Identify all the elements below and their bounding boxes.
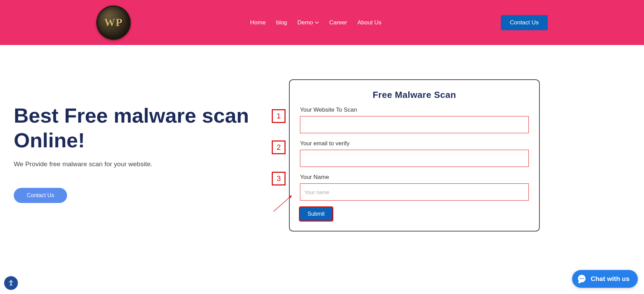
- chevron-down-icon: [315, 21, 319, 24]
- submit-button[interactable]: Submit: [300, 207, 332, 220]
- nav-home-label: Home: [250, 19, 266, 26]
- nav-demo-label: Demo: [298, 19, 313, 26]
- svg-point-5: [583, 278, 584, 279]
- header-contact-button[interactable]: Contact Us: [501, 15, 548, 30]
- accessibility-icon: [7, 279, 15, 287]
- hero-section: Best Free malware scan Online! We Provid…: [14, 79, 261, 203]
- logo-badge: WP: [96, 5, 131, 40]
- nav-about-label: About Us: [357, 19, 382, 26]
- step-marker-1: 1: [272, 109, 286, 123]
- nav-career[interactable]: Career: [329, 19, 347, 26]
- chat-label: Chat with us: [591, 275, 630, 283]
- logo-text: WP: [104, 16, 123, 29]
- email-label: Your email to verify: [300, 140, 529, 147]
- accessibility-button[interactable]: [4, 276, 18, 290]
- hero-contact-button[interactable]: Contact Us: [14, 188, 67, 203]
- field-group-email: Your email to verify: [300, 140, 529, 167]
- scan-form-card: Free Malware Scan Your Website To Scan Y…: [289, 79, 540, 231]
- field-group-website: Your Website To Scan: [300, 106, 529, 133]
- website-input[interactable]: [300, 116, 529, 133]
- nav-about[interactable]: About Us: [357, 19, 382, 26]
- nav-home[interactable]: Home: [250, 19, 266, 26]
- header-bar: WP Home blog Demo Career About Us Contac…: [0, 0, 644, 45]
- website-label: Your Website To Scan: [300, 106, 529, 113]
- svg-point-3: [580, 278, 581, 279]
- name-input[interactable]: [300, 183, 529, 201]
- form-title: Free Malware Scan: [300, 90, 529, 100]
- field-group-name: Your Name: [300, 174, 529, 201]
- step-marker-3: 3: [272, 172, 286, 185]
- step-marker-2: 2: [272, 140, 286, 154]
- svg-point-6: [10, 280, 12, 282]
- svg-point-4: [581, 278, 582, 279]
- nav-blog[interactable]: blog: [276, 19, 287, 26]
- logo[interactable]: WP: [96, 5, 131, 40]
- chat-icon: [577, 274, 587, 284]
- name-label: Your Name: [300, 174, 529, 181]
- main-content: Best Free malware scan Online! We Provid…: [0, 45, 644, 231]
- main-nav: Home blog Demo Career About Us: [250, 19, 382, 26]
- hero-subtitle: We Provide free malware scan for your we…: [14, 160, 261, 168]
- chat-widget[interactable]: Chat with us: [572, 270, 638, 288]
- email-input[interactable]: [300, 150, 529, 167]
- nav-career-label: Career: [329, 19, 347, 26]
- nav-blog-label: blog: [276, 19, 287, 26]
- form-area: 1 2 3 Free Malware Scan Your Website To …: [275, 79, 630, 231]
- nav-demo[interactable]: Demo: [298, 19, 319, 26]
- hero-title: Best Free malware scan Online!: [14, 103, 261, 153]
